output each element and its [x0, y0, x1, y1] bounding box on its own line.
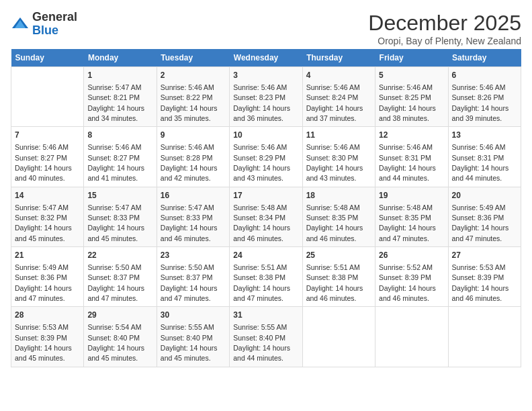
day-cell: 8Sunrise: 5:46 AMSunset: 8:27 PMDaylight… — [84, 127, 157, 187]
day-number: 16 — [161, 190, 226, 201]
day-info: Sunrise: 5:47 AMSunset: 8:33 PMDaylight:… — [161, 203, 218, 242]
day-cell: 9Sunrise: 5:46 AMSunset: 8:28 PMDaylight… — [157, 127, 229, 187]
day-cell: 6Sunrise: 5:46 AMSunset: 8:26 PMDaylight… — [448, 67, 521, 127]
day-number: 30 — [161, 310, 226, 321]
day-cell: 13Sunrise: 5:46 AMSunset: 8:31 PMDayligh… — [448, 127, 521, 187]
day-number: 3 — [233, 70, 298, 81]
day-info: Sunrise: 5:46 AMSunset: 8:26 PMDaylight:… — [452, 83, 509, 122]
week-row-5: 28Sunrise: 5:53 AMSunset: 8:39 PMDayligh… — [11, 307, 521, 367]
day-info: Sunrise: 5:51 AMSunset: 8:38 PMDaylight:… — [306, 263, 363, 302]
day-number: 19 — [379, 190, 444, 201]
day-info: Sunrise: 5:46 AMSunset: 8:29 PMDaylight:… — [233, 143, 290, 182]
day-cell: 27Sunrise: 5:53 AMSunset: 8:39 PMDayligh… — [448, 247, 521, 307]
day-info: Sunrise: 5:46 AMSunset: 8:22 PMDaylight:… — [161, 83, 218, 122]
day-number: 4 — [306, 70, 371, 81]
day-number: 29 — [87, 310, 152, 321]
day-cell: 2Sunrise: 5:46 AMSunset: 8:22 PMDaylight… — [157, 67, 229, 127]
day-info: Sunrise: 5:53 AMSunset: 8:39 PMDaylight:… — [452, 263, 509, 302]
day-info: Sunrise: 5:49 AMSunset: 8:36 PMDaylight:… — [15, 263, 72, 302]
column-header-sunday: Sunday — [11, 49, 84, 67]
day-cell — [11, 67, 84, 127]
day-info: Sunrise: 5:51 AMSunset: 8:38 PMDaylight:… — [233, 263, 290, 302]
day-cell: 19Sunrise: 5:48 AMSunset: 8:35 PMDayligh… — [375, 187, 448, 246]
day-cell: 10Sunrise: 5:46 AMSunset: 8:29 PMDayligh… — [230, 127, 302, 187]
column-header-saturday: Saturday — [448, 49, 521, 67]
day-number: 26 — [379, 250, 444, 261]
column-header-thursday: Thursday — [302, 49, 375, 67]
day-info: Sunrise: 5:46 AMSunset: 8:25 PMDaylight:… — [379, 83, 436, 122]
day-cell: 16Sunrise: 5:47 AMSunset: 8:33 PMDayligh… — [157, 187, 229, 246]
day-number: 5 — [379, 70, 444, 81]
day-number: 1 — [87, 70, 152, 81]
day-cell: 5Sunrise: 5:46 AMSunset: 8:25 PMDaylight… — [375, 67, 448, 127]
day-number: 22 — [87, 250, 152, 261]
day-info: Sunrise: 5:48 AMSunset: 8:34 PMDaylight:… — [233, 203, 290, 242]
day-info: Sunrise: 5:47 AMSunset: 8:32 PMDaylight:… — [15, 203, 72, 242]
day-cell: 24Sunrise: 5:51 AMSunset: 8:38 PMDayligh… — [230, 247, 302, 307]
header-row: SundayMondayTuesdayWednesdayThursdayFrid… — [11, 49, 521, 67]
day-cell — [448, 307, 521, 367]
day-info: Sunrise: 5:46 AMSunset: 8:23 PMDaylight:… — [233, 83, 290, 122]
day-cell: 3Sunrise: 5:46 AMSunset: 8:23 PMDaylight… — [230, 67, 302, 127]
day-cell: 28Sunrise: 5:53 AMSunset: 8:39 PMDayligh… — [11, 307, 84, 367]
week-row-2: 7Sunrise: 5:46 AMSunset: 8:27 PMDaylight… — [11, 127, 521, 187]
day-info: Sunrise: 5:46 AMSunset: 8:31 PMDaylight:… — [379, 143, 436, 182]
day-number: 28 — [15, 310, 80, 321]
day-cell: 1Sunrise: 5:47 AMSunset: 8:21 PMDaylight… — [84, 67, 157, 127]
day-cell: 12Sunrise: 5:46 AMSunset: 8:31 PMDayligh… — [375, 127, 448, 187]
day-number: 9 — [161, 130, 226, 141]
day-info: Sunrise: 5:47 AMSunset: 8:33 PMDaylight:… — [87, 203, 144, 242]
day-cell: 31Sunrise: 5:55 AMSunset: 8:40 PMDayligh… — [230, 307, 302, 367]
day-info: Sunrise: 5:53 AMSunset: 8:39 PMDaylight:… — [15, 323, 72, 362]
day-number: 18 — [306, 190, 371, 201]
day-cell: 17Sunrise: 5:48 AMSunset: 8:34 PMDayligh… — [230, 187, 302, 246]
day-cell: 30Sunrise: 5:55 AMSunset: 8:40 PMDayligh… — [157, 307, 229, 367]
day-number: 31 — [233, 310, 298, 321]
page-header: General Blue December 2025 Oropi, Bay of… — [11, 11, 521, 46]
day-info: Sunrise: 5:50 AMSunset: 8:37 PMDaylight:… — [87, 263, 144, 302]
day-number: 7 — [15, 130, 80, 141]
day-cell: 4Sunrise: 5:46 AMSunset: 8:24 PMDaylight… — [302, 67, 375, 127]
day-info: Sunrise: 5:47 AMSunset: 8:21 PMDaylight:… — [87, 83, 144, 122]
day-number: 6 — [452, 70, 517, 81]
calendar-table: SundayMondayTuesdayWednesdayThursdayFrid… — [11, 49, 521, 367]
day-info: Sunrise: 5:49 AMSunset: 8:36 PMDaylight:… — [452, 203, 509, 242]
day-info: Sunrise: 5:55 AMSunset: 8:40 PMDaylight:… — [233, 323, 290, 362]
day-cell: 14Sunrise: 5:47 AMSunset: 8:32 PMDayligh… — [11, 187, 84, 246]
column-header-friday: Friday — [375, 49, 448, 67]
day-number: 10 — [233, 130, 298, 141]
day-number: 17 — [233, 190, 298, 201]
day-info: Sunrise: 5:54 AMSunset: 8:40 PMDaylight:… — [87, 323, 144, 362]
day-info: Sunrise: 5:46 AMSunset: 8:31 PMDaylight:… — [452, 143, 509, 182]
week-row-1: 1Sunrise: 5:47 AMSunset: 8:21 PMDaylight… — [11, 67, 521, 127]
month-title: December 2025 — [368, 11, 521, 36]
day-cell: 23Sunrise: 5:50 AMSunset: 8:37 PMDayligh… — [157, 247, 229, 307]
day-info: Sunrise: 5:50 AMSunset: 8:37 PMDaylight:… — [161, 263, 218, 302]
day-cell: 20Sunrise: 5:49 AMSunset: 8:36 PMDayligh… — [448, 187, 521, 246]
week-row-4: 21Sunrise: 5:49 AMSunset: 8:36 PMDayligh… — [11, 247, 521, 307]
location-subtitle: Oropi, Bay of Plenty, New Zealand — [368, 36, 521, 46]
day-cell — [302, 307, 375, 367]
day-number: 21 — [15, 250, 80, 261]
day-info: Sunrise: 5:52 AMSunset: 8:39 PMDaylight:… — [379, 263, 436, 302]
day-number: 23 — [161, 250, 226, 261]
day-number: 24 — [233, 250, 298, 261]
day-number: 15 — [87, 190, 152, 201]
logo-icon — [11, 15, 30, 34]
day-info: Sunrise: 5:46 AMSunset: 8:27 PMDaylight:… — [15, 143, 72, 182]
day-cell — [375, 307, 448, 367]
day-info: Sunrise: 5:46 AMSunset: 8:24 PMDaylight:… — [306, 83, 363, 122]
day-info: Sunrise: 5:48 AMSunset: 8:35 PMDaylight:… — [379, 203, 436, 242]
day-number: 27 — [452, 250, 517, 261]
day-number: 25 — [306, 250, 371, 261]
day-cell: 26Sunrise: 5:52 AMSunset: 8:39 PMDayligh… — [375, 247, 448, 307]
day-cell: 11Sunrise: 5:46 AMSunset: 8:30 PMDayligh… — [302, 127, 375, 187]
day-number: 13 — [452, 130, 517, 141]
day-cell: 7Sunrise: 5:46 AMSunset: 8:27 PMDaylight… — [11, 127, 84, 187]
day-cell: 21Sunrise: 5:49 AMSunset: 8:36 PMDayligh… — [11, 247, 84, 307]
day-info: Sunrise: 5:46 AMSunset: 8:27 PMDaylight:… — [87, 143, 144, 182]
day-number: 2 — [161, 70, 226, 81]
logo-text: General Blue — [32, 11, 77, 38]
column-header-tuesday: Tuesday — [157, 49, 229, 67]
day-number: 12 — [379, 130, 444, 141]
